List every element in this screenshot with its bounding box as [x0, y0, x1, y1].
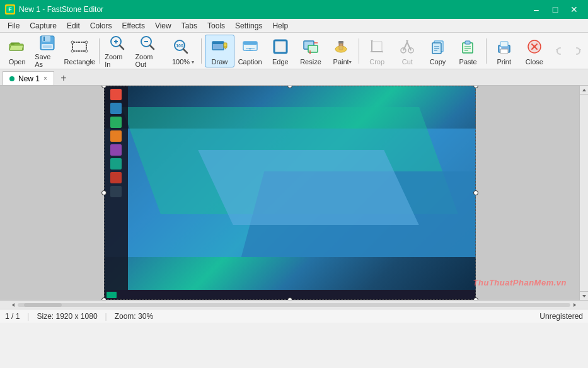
app-icon-6: [110, 158, 122, 170]
handle-middle-left[interactable]: [101, 190, 107, 195]
scroll-left-button[interactable]: [9, 301, 18, 309]
open-button[interactable]: Open: [3, 35, 32, 67]
scroll-down-button[interactable]: [580, 291, 589, 300]
svg-line-21: [150, 45, 154, 49]
svg-rect-27: [224, 43, 227, 48]
caption-icon: T: [240, 37, 260, 57]
menu-file[interactable]: File: [3, 20, 25, 32]
handle-middle-right[interactable]: [473, 190, 478, 195]
svg-rect-31: [243, 42, 257, 45]
toolbar: Open Save As Rectangle ▼: [0, 33, 588, 69]
paint-arrow: ▼: [348, 60, 352, 64]
crop-button[interactable]: Crop: [362, 35, 391, 67]
menu-tabs[interactable]: Tabs: [176, 20, 202, 32]
svg-line-24: [183, 49, 187, 53]
sep1: [99, 38, 100, 64]
maximize-button[interactable]: □: [546, 3, 564, 16]
image-display: [104, 86, 476, 300]
menu-tools[interactable]: Tools: [202, 20, 230, 32]
zoom-level-button[interactable]: 100 100% ▼: [164, 35, 199, 67]
draw-button[interactable]: Draw: [205, 35, 234, 67]
edge-button[interactable]: Edge: [266, 35, 295, 67]
registration-status: Unregistered: [539, 312, 583, 321]
paint-label: Paint: [333, 58, 349, 66]
app-icon-5: [110, 144, 122, 156]
caption-label: Caption: [238, 58, 262, 66]
svg-marker-76: [12, 303, 14, 307]
save-as-button[interactable]: Save As: [33, 35, 62, 67]
menu-help[interactable]: Help: [267, 20, 293, 32]
scroll-track-h[interactable]: [18, 303, 570, 307]
svg-marker-74: [582, 89, 586, 91]
size-info: Size: 1920 x 1080: [37, 312, 97, 321]
canvas-area[interactable]: ThuThuatPhanMem.vn: [0, 86, 579, 300]
handle-bottom-right[interactable]: [473, 297, 478, 300]
copy-button[interactable]: Copy: [423, 35, 452, 67]
svg-marker-77: [574, 303, 576, 307]
menu-view[interactable]: View: [150, 20, 176, 32]
svg-point-69: [499, 47, 501, 49]
close-image-button[interactable]: Close: [520, 35, 549, 67]
desktop-background: [104, 86, 476, 300]
svg-rect-67: [500, 42, 508, 47]
app-icon-3: [110, 117, 122, 128]
menu-settings[interactable]: Settings: [230, 20, 267, 32]
tab-bar: New 1 × +: [0, 69, 588, 86]
handle-top-right[interactable]: [473, 86, 478, 88]
scrollbar-horizontal[interactable]: [0, 300, 588, 309]
app-icon-4: [110, 130, 122, 142]
zoom-in-button[interactable]: Zoom In: [103, 35, 132, 67]
print-button[interactable]: Print: [490, 35, 519, 67]
copy-label: Copy: [430, 58, 446, 66]
resize-button[interactable]: Resize: [296, 35, 325, 67]
close-image-icon: [524, 37, 545, 57]
svg-marker-75: [582, 295, 586, 297]
tab-new1[interactable]: New 1 ×: [3, 71, 54, 85]
canvas-row: ThuThuatPhanMem.vn: [0, 86, 588, 300]
menu-edit[interactable]: Edit: [62, 20, 85, 32]
zoom-level-icon: 100: [171, 37, 191, 57]
rectangle-icon: [69, 37, 89, 57]
scrollbar-vertical[interactable]: [579, 86, 588, 300]
caption-button[interactable]: T Caption: [236, 35, 265, 67]
cut-label: Cut: [402, 58, 413, 66]
status-separator2: |: [105, 312, 107, 321]
zoom-in-label: Zoom In: [105, 53, 130, 68]
zoom-out-button[interactable]: Zoom Out: [133, 35, 162, 67]
scroll-thumb-h[interactable]: [24, 303, 62, 307]
svg-marker-55: [406, 40, 408, 43]
status-bar: 1 / 1 | Size: 1920 x 1080 | Zoom: 30% Un…: [0, 309, 588, 323]
app-icon-7: [110, 172, 122, 183]
menu-capture[interactable]: Capture: [25, 20, 62, 32]
watermark: ThuThuatPhanMem.vn: [473, 278, 567, 287]
menu-bar: File Capture Edit Colors Effects View Ta…: [0, 19, 588, 33]
undo-redo-group: [551, 43, 585, 59]
paste-button[interactable]: Paste: [454, 35, 483, 67]
scroll-up-button[interactable]: [580, 86, 589, 95]
zoom-out-label: Zoom Out: [135, 53, 160, 68]
crop-icon: [367, 37, 387, 57]
handle-bottom-middle[interactable]: [287, 297, 292, 300]
svg-rect-35: [274, 40, 287, 53]
shape4: [198, 150, 418, 225]
svg-point-14: [85, 50, 88, 52]
tab-add-button[interactable]: +: [57, 71, 71, 85]
minimize-button[interactable]: –: [527, 3, 545, 16]
image-container[interactable]: [104, 86, 476, 300]
open-label: Open: [9, 58, 26, 66]
paint-button[interactable]: Paint ▼: [326, 35, 355, 67]
window-close-button[interactable]: ✕: [565, 3, 583, 16]
crop-label: Crop: [369, 58, 384, 66]
cut-button[interactable]: Cut: [393, 35, 422, 67]
zoom-arrow: ▼: [191, 60, 195, 64]
paste-icon: [458, 37, 478, 57]
redo-button[interactable]: [569, 43, 584, 59]
handle-bottom-left[interactable]: [101, 297, 107, 300]
title-bar-left: F New 1 - FastStone Editor: [5, 4, 103, 14]
tab-close-button[interactable]: ×: [43, 75, 47, 82]
undo-button[interactable]: [553, 43, 568, 59]
rectangle-button[interactable]: Rectangle ▼: [63, 35, 96, 67]
menu-colors[interactable]: Colors: [85, 20, 117, 32]
menu-effects[interactable]: Effects: [117, 20, 149, 32]
scroll-right-button[interactable]: [570, 301, 579, 309]
